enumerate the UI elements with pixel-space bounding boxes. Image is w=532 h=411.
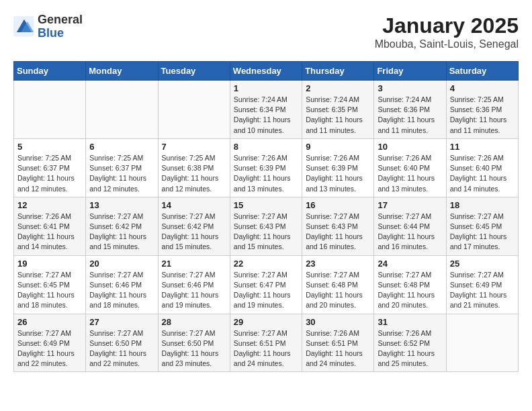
day-info: Sunrise: 7:26 AMSunset: 6:51 PMDaylight:… (306, 328, 370, 369)
logo-general-text: General (38, 13, 83, 26)
calendar-header: SundayMondayTuesdayWednesdayThursdayFrid… (14, 62, 519, 81)
day-number: 6 (89, 142, 154, 152)
calendar-cell: 29Sunrise: 7:27 AMSunset: 6:51 PMDayligh… (230, 314, 302, 372)
day-number: 10 (378, 142, 442, 152)
day-number: 9 (306, 142, 370, 152)
day-info: Sunrise: 7:25 AMSunset: 6:37 PMDaylight:… (89, 153, 154, 194)
page-header: General Blue January 2025 Mbouba, Saint-… (13, 13, 519, 50)
calendar-cell: 22Sunrise: 7:27 AMSunset: 6:47 PMDayligh… (230, 255, 302, 314)
day-info: Sunrise: 7:24 AMSunset: 6:36 PMDaylight:… (378, 95, 442, 136)
calendar-cell: 8Sunrise: 7:26 AMSunset: 6:39 PMDaylight… (230, 138, 302, 197)
calendar-cell: 15Sunrise: 7:27 AMSunset: 6:43 PMDayligh… (230, 197, 302, 255)
calendar-cell: 2Sunrise: 7:24 AMSunset: 6:35 PMDaylight… (302, 81, 374, 139)
day-number: 5 (17, 142, 82, 152)
day-number: 2 (306, 83, 370, 93)
day-info: Sunrise: 7:27 AMSunset: 6:48 PMDaylight:… (378, 270, 442, 311)
calendar-cell: 21Sunrise: 7:27 AMSunset: 6:46 PMDayligh… (158, 255, 230, 314)
calendar-cell: 1Sunrise: 7:24 AMSunset: 6:34 PMDaylight… (230, 81, 302, 139)
calendar-cell: 23Sunrise: 7:27 AMSunset: 6:48 PMDayligh… (302, 255, 374, 314)
calendar-cell: 9Sunrise: 7:26 AMSunset: 6:39 PMDaylight… (302, 138, 374, 197)
day-info: Sunrise: 7:25 AMSunset: 6:38 PMDaylight:… (162, 153, 226, 194)
header-friday: Friday (374, 62, 446, 81)
header-sunday: Sunday (14, 62, 86, 81)
day-number: 7 (162, 142, 226, 152)
day-info: Sunrise: 7:26 AMSunset: 6:40 PMDaylight:… (378, 153, 442, 194)
calendar-cell: 14Sunrise: 7:27 AMSunset: 6:42 PMDayligh… (158, 197, 230, 255)
day-number: 4 (450, 83, 515, 93)
day-number: 18 (450, 200, 515, 210)
calendar-cell: 28Sunrise: 7:27 AMSunset: 6:50 PMDayligh… (158, 314, 230, 372)
day-number: 12 (17, 200, 82, 210)
calendar-cell: 4Sunrise: 7:25 AMSunset: 6:36 PMDaylight… (446, 81, 518, 139)
calendar-cell: 13Sunrise: 7:27 AMSunset: 6:42 PMDayligh… (86, 197, 158, 255)
day-info: Sunrise: 7:26 AMSunset: 6:39 PMDaylight:… (306, 153, 370, 194)
day-number: 14 (162, 200, 226, 210)
logo-icon (13, 16, 35, 38)
calendar-cell: 10Sunrise: 7:26 AMSunset: 6:40 PMDayligh… (374, 138, 446, 197)
day-number: 30 (306, 317, 370, 327)
day-number: 26 (17, 317, 82, 327)
day-number: 19 (17, 259, 82, 269)
week-row-5: 26Sunrise: 7:27 AMSunset: 6:49 PMDayligh… (14, 314, 519, 372)
day-number: 16 (306, 200, 370, 210)
header-thursday: Thursday (302, 62, 374, 81)
day-number: 27 (89, 317, 154, 327)
calendar-cell: 24Sunrise: 7:27 AMSunset: 6:48 PMDayligh… (374, 255, 446, 314)
calendar-cell (158, 81, 230, 139)
day-number: 28 (162, 317, 226, 327)
week-row-3: 12Sunrise: 7:26 AMSunset: 6:41 PMDayligh… (14, 197, 519, 255)
title-block: January 2025 Mbouba, Saint-Louis, Senega… (375, 13, 519, 50)
day-number: 11 (450, 142, 515, 152)
day-info: Sunrise: 7:27 AMSunset: 6:46 PMDaylight:… (162, 270, 226, 311)
day-number: 20 (89, 259, 154, 269)
logo-blue-text: Blue (38, 26, 64, 40)
calendar-cell: 18Sunrise: 7:27 AMSunset: 6:45 PMDayligh… (446, 197, 518, 255)
day-info: Sunrise: 7:27 AMSunset: 6:49 PMDaylight:… (17, 328, 82, 369)
day-info: Sunrise: 7:27 AMSunset: 6:45 PMDaylight:… (450, 212, 515, 253)
calendar-body: 1Sunrise: 7:24 AMSunset: 6:34 PMDaylight… (14, 81, 519, 372)
logo: General Blue (13, 13, 83, 40)
day-info: Sunrise: 7:27 AMSunset: 6:47 PMDaylight:… (234, 270, 298, 311)
calendar-cell: 17Sunrise: 7:27 AMSunset: 6:44 PMDayligh… (374, 197, 446, 255)
day-number: 3 (378, 83, 442, 93)
day-info: Sunrise: 7:27 AMSunset: 6:50 PMDaylight:… (89, 328, 154, 369)
day-info: Sunrise: 7:27 AMSunset: 6:46 PMDaylight:… (89, 270, 154, 311)
calendar-cell: 3Sunrise: 7:24 AMSunset: 6:36 PMDaylight… (374, 81, 446, 139)
header-saturday: Saturday (446, 62, 518, 81)
day-info: Sunrise: 7:27 AMSunset: 6:44 PMDaylight:… (378, 212, 442, 253)
location-subtitle: Mbouba, Saint-Louis, Senegal (375, 38, 519, 50)
calendar-cell: 20Sunrise: 7:27 AMSunset: 6:46 PMDayligh… (86, 255, 158, 314)
day-info: Sunrise: 7:27 AMSunset: 6:42 PMDaylight:… (89, 212, 154, 253)
day-number: 1 (234, 83, 298, 93)
day-info: Sunrise: 7:25 AMSunset: 6:36 PMDaylight:… (450, 95, 515, 136)
day-info: Sunrise: 7:26 AMSunset: 6:39 PMDaylight:… (234, 153, 298, 194)
calendar-cell: 25Sunrise: 7:27 AMSunset: 6:49 PMDayligh… (446, 255, 518, 314)
day-number: 24 (378, 259, 442, 269)
calendar-cell: 26Sunrise: 7:27 AMSunset: 6:49 PMDayligh… (14, 314, 86, 372)
calendar-table: SundayMondayTuesdayWednesdayThursdayFrid… (13, 61, 519, 372)
day-info: Sunrise: 7:27 AMSunset: 6:51 PMDaylight:… (234, 328, 298, 369)
calendar-cell: 6Sunrise: 7:25 AMSunset: 6:37 PMDaylight… (86, 138, 158, 197)
day-info: Sunrise: 7:24 AMSunset: 6:34 PMDaylight:… (234, 95, 298, 136)
day-info: Sunrise: 7:26 AMSunset: 6:40 PMDaylight:… (450, 153, 515, 194)
week-row-1: 1Sunrise: 7:24 AMSunset: 6:34 PMDaylight… (14, 81, 519, 139)
week-row-2: 5Sunrise: 7:25 AMSunset: 6:37 PMDaylight… (14, 138, 519, 197)
day-info: Sunrise: 7:27 AMSunset: 6:50 PMDaylight:… (162, 328, 226, 369)
day-number: 21 (162, 259, 226, 269)
day-number: 22 (234, 259, 298, 269)
day-number: 31 (378, 317, 442, 327)
calendar-cell: 11Sunrise: 7:26 AMSunset: 6:40 PMDayligh… (446, 138, 518, 197)
calendar-cell (14, 81, 86, 139)
day-info: Sunrise: 7:24 AMSunset: 6:35 PMDaylight:… (306, 95, 370, 136)
day-number: 8 (234, 142, 298, 152)
day-info: Sunrise: 7:25 AMSunset: 6:37 PMDaylight:… (17, 153, 82, 194)
calendar-cell: 12Sunrise: 7:26 AMSunset: 6:41 PMDayligh… (14, 197, 86, 255)
calendar-cell: 19Sunrise: 7:27 AMSunset: 6:45 PMDayligh… (14, 255, 86, 314)
week-row-4: 19Sunrise: 7:27 AMSunset: 6:45 PMDayligh… (14, 255, 519, 314)
header-row: SundayMondayTuesdayWednesdayThursdayFrid… (14, 62, 519, 81)
day-info: Sunrise: 7:27 AMSunset: 6:42 PMDaylight:… (162, 212, 226, 253)
day-number: 15 (234, 200, 298, 210)
day-info: Sunrise: 7:27 AMSunset: 6:48 PMDaylight:… (306, 270, 370, 311)
day-info: Sunrise: 7:27 AMSunset: 6:49 PMDaylight:… (450, 270, 515, 311)
day-number: 29 (234, 317, 298, 327)
